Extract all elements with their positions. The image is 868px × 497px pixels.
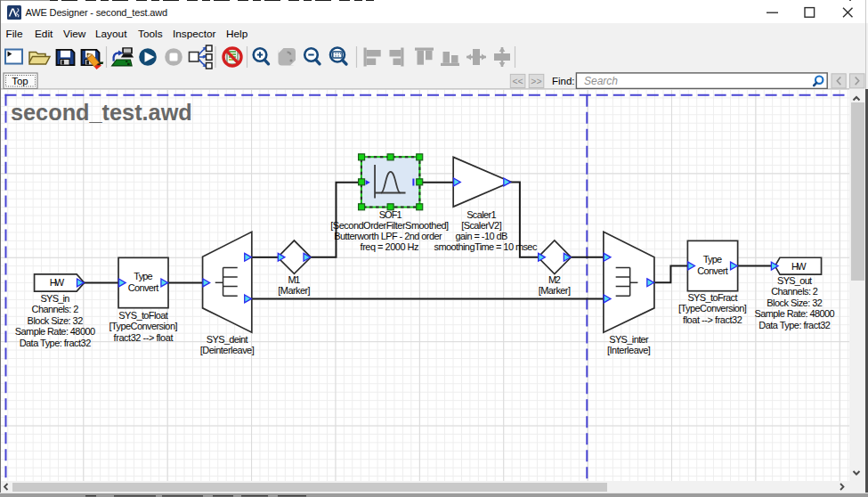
svg-text:Convert: Convert (128, 282, 159, 293)
svg-text:[Marker]: [Marker] (539, 285, 571, 296)
svg-text:SYS_out: SYS_out (777, 275, 812, 286)
svg-text:>>: >> (531, 76, 541, 86)
svg-text:Type: Type (134, 271, 152, 281)
svg-text:[ScalerV2]: [ScalerV2] (461, 220, 502, 231)
svg-text:Channels: 2: Channels: 2 (771, 286, 818, 297)
svg-text:Data Type: fract32: Data Type: fract32 (20, 338, 92, 348)
svg-text:SYS_deint: SYS_deint (207, 334, 248, 345)
svg-text:Block Size: 32: Block Size: 32 (28, 315, 84, 326)
svg-text:Type: Type (703, 254, 722, 265)
svg-text:Butterworth LPF - 2nd order: Butterworth LPF - 2nd order (334, 231, 442, 241)
svg-text:M1: M1 (288, 274, 301, 285)
svg-text:Block Size: 32: Block Size: 32 (767, 297, 823, 308)
svg-text:[Interleave]: [Interleave] (607, 345, 651, 355)
svg-text:Channels: 2: Channels: 2 (32, 304, 79, 314)
svg-text:Find:: Find: (552, 76, 575, 86)
svg-text:gain = -10 dB: gain = -10 dB (455, 231, 507, 241)
svg-text:[Marker]: [Marker] (278, 285, 310, 296)
svg-text:SOF1: SOF1 (379, 209, 402, 220)
svg-text:[TypeConversion]: [TypeConversion] (110, 321, 178, 331)
svg-text:Top: Top (12, 76, 28, 86)
svg-text:Sample Rate: 48000: Sample Rate: 48000 (15, 326, 95, 337)
svg-text:Data Type: fract32: Data Type: fract32 (758, 320, 831, 330)
svg-text:second_test.awd: second_test.awd (11, 99, 192, 126)
svg-text:fract32 --> float: fract32 --> float (114, 332, 174, 343)
svg-text:Convert: Convert (697, 265, 728, 276)
svg-text:Scaler1: Scaler1 (466, 209, 497, 220)
svg-text:[Deinterleave]: [Deinterleave] (200, 345, 255, 355)
svg-text:Search: Search (584, 75, 618, 87)
svg-text:<<: << (512, 76, 523, 86)
svg-text:freq = 2000 Hz: freq = 2000 Hz (361, 241, 419, 252)
svg-text:HW: HW (50, 277, 65, 288)
svg-text:float --> fract32: float --> fract32 (683, 314, 742, 325)
svg-text:SYS_in: SYS_in (40, 293, 69, 304)
svg-text:Sample Rate: 48000: Sample Rate: 48000 (754, 308, 834, 319)
svg-text:smoothingTime = 10 msec: smoothingTime = 10 msec (434, 241, 537, 252)
svg-text:SYS_inter: SYS_inter (609, 334, 649, 345)
svg-text:[TypeConversion]: [TypeConversion] (678, 303, 747, 314)
svg-text:M2: M2 (548, 274, 561, 285)
svg-text:SYS_toFloat: SYS_toFloat (118, 310, 168, 321)
svg-text:SYS_toFract: SYS_toFract (687, 292, 737, 303)
svg-text:[SecondOrderFilterSmoothed]: [SecondOrderFilterSmoothed] (330, 220, 449, 231)
svg-text:HW: HW (791, 261, 807, 272)
